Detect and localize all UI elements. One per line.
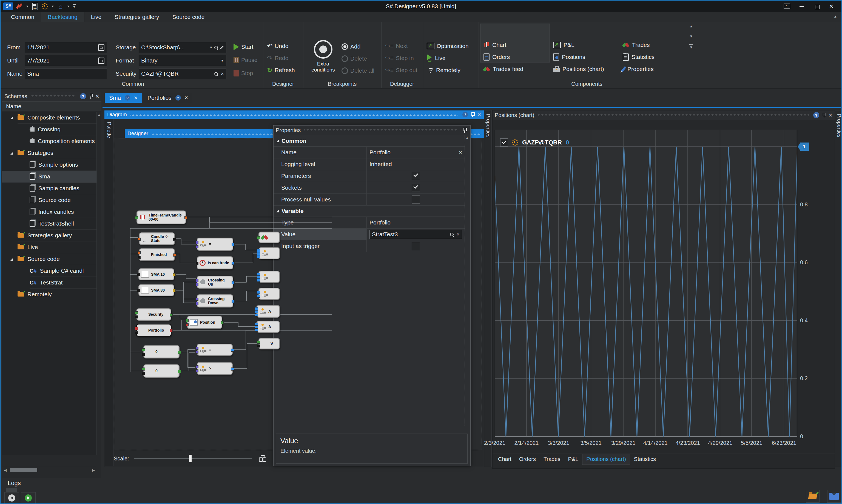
delete-all-radio-button[interactable]: Delete all: [341, 65, 374, 77]
bottom-tab-trades[interactable]: Trades: [540, 454, 565, 465]
help-icon[interactable]: [462, 112, 468, 117]
in-port-blue[interactable]: [257, 252, 260, 255]
logs-forward-button[interactable]: [21, 492, 36, 504]
pin-icon[interactable]: [823, 113, 825, 118]
in-port-black[interactable]: [135, 316, 138, 319]
diagram-node-security[interactable]: Security: [136, 308, 171, 321]
help-icon[interactable]: [175, 95, 181, 101]
in-port-purple[interactable]: [195, 302, 198, 305]
format-select[interactable]: Binary▼: [139, 55, 227, 66]
in-port-black[interactable]: [135, 331, 138, 334]
tree-item-index-candles[interactable]: Index candles: [2, 206, 96, 218]
out-port-yellow[interactable]: [173, 289, 176, 292]
calendar-icon[interactable]: [98, 44, 104, 51]
ribbon-tab-source-code[interactable]: Source code: [166, 12, 211, 22]
panel-drag-dots[interactable]: [31, 95, 76, 97]
in-port-green[interactable]: [135, 311, 138, 314]
diagram-node-cond[interactable]: [258, 288, 280, 300]
in-port-blue[interactable]: [257, 294, 260, 298]
dropdown-icon[interactable]: ▼: [210, 46, 213, 49]
security-field[interactable]: GAZP@TQBR×: [139, 68, 227, 79]
statistics-button[interactable]: Statistics: [620, 51, 688, 63]
connect-icon[interactable]: [16, 3, 23, 10]
settings-dropdown-icon[interactable]: ▼: [51, 5, 54, 8]
connect-dropdown-icon[interactable]: ▼: [26, 5, 29, 8]
in-port-black[interactable]: [138, 256, 141, 259]
ribbon-collapse-icon[interactable]: ▲: [834, 14, 837, 18]
diagram-node-a[interactable]: A: [256, 321, 280, 333]
in-port-blue[interactable]: [257, 273, 260, 276]
out-port-black[interactable]: [173, 238, 176, 241]
tree-column-header[interactable]: Name: [2, 102, 102, 111]
search-icon[interactable]: [214, 46, 218, 49]
redo-button[interactable]: ↷Redo: [267, 52, 295, 64]
tree-vertical-scrollbar[interactable]: ▲: [96, 112, 102, 455]
in-port-orange[interactable]: [138, 238, 141, 241]
ribbon-tab-common[interactable]: Common: [4, 12, 41, 22]
strategy-name-field[interactable]: Sma: [25, 68, 107, 79]
trades-feed-button[interactable]: Trades feed: [481, 63, 549, 75]
diagram-node-v[interactable]: V: [258, 338, 280, 349]
help-icon[interactable]: [813, 112, 819, 118]
pause-button[interactable]: Pause: [234, 54, 258, 66]
restore-button[interactable]: [810, 2, 823, 11]
in-port-purple[interactable]: [195, 350, 198, 354]
tree-horizontal-scrollbar[interactable]: ◀▶: [2, 467, 96, 473]
in-port-black[interactable]: [142, 353, 145, 356]
doc-tab-portfolios[interactable]: Portfolios×: [143, 93, 192, 103]
properties-header[interactable]: Properties: [273, 126, 470, 135]
out-port-blue[interactable]: [232, 300, 235, 303]
bottom-tab-chart[interactable]: Chart: [494, 454, 515, 465]
refresh-button[interactable]: ↻Refresh: [267, 64, 295, 76]
in-port-blue[interactable]: [255, 313, 258, 317]
in-port-green[interactable]: [257, 236, 260, 239]
in-port-purple[interactable]: [195, 279, 198, 282]
components-scroll-arrows[interactable]: ▲▼▼: [689, 24, 693, 49]
diagram-canvas[interactable]: TimeFrameCandle_01-00-00Candle -> StateF…: [114, 138, 482, 450]
in-port-purple[interactable]: [195, 245, 198, 248]
clear-icon[interactable]: ×: [221, 71, 224, 76]
app-logo[interactable]: S#: [3, 2, 13, 10]
start-button[interactable]: Start: [234, 41, 253, 53]
search-icon[interactable]: [214, 72, 218, 76]
series-visibility-checkbox[interactable]: [500, 139, 508, 147]
diagram-node-sma-80[interactable]: SMA 80: [139, 284, 174, 296]
palette-side-tab[interactable]: Palette: [105, 119, 113, 466]
panel-drag-dots[interactable]: [538, 114, 809, 116]
expander-icon[interactable]: [11, 117, 13, 119]
until-date-field[interactable]: 7/7/2021: [25, 55, 107, 66]
diagram-node-a[interactable]: A: [256, 305, 280, 318]
in-port-red[interactable]: [185, 323, 189, 326]
out-port-blue[interactable]: [232, 262, 235, 265]
in-port-blue[interactable]: [255, 329, 258, 331]
close-icon[interactable]: ×: [477, 111, 481, 118]
diagram-node-crossing-down[interactable]: Crossing Down: [197, 294, 233, 307]
diagram-node-0[interactable]: 0: [143, 345, 180, 359]
properties-side-tab[interactable]: Properties: [484, 110, 492, 467]
in-port-black[interactable]: [142, 372, 145, 375]
tree-item-sample-options[interactable]: Sample options: [2, 159, 96, 171]
p-l-button[interactable]: P&L: [550, 39, 619, 51]
scale-slider-thumb[interactable]: [189, 455, 192, 462]
in-port-blue[interactable]: [257, 249, 260, 252]
home-help-icon[interactable]: ⌂: [57, 3, 64, 10]
out-port-green[interactable]: [178, 351, 181, 354]
out-port-yellow[interactable]: [173, 273, 176, 276]
diagram-node-timeframecandle-01-00-00[interactable]: TimeFrameCandle_01-00-00: [137, 211, 186, 224]
in-port-blue[interactable]: [255, 310, 258, 313]
in-port-black[interactable]: [137, 273, 140, 276]
in-port-black[interactable]: [195, 262, 198, 265]
chart-plot-area[interactable]: GAZP@TQBR 0: [495, 130, 797, 436]
diagram-node-0[interactable]: 0: [143, 364, 180, 378]
panel-drag-dots[interactable]: [130, 113, 458, 116]
step-in-button[interactable]: ↪≡Step in: [385, 52, 417, 64]
out-port-red[interactable]: [170, 329, 173, 332]
expander-icon[interactable]: [11, 258, 13, 260]
out-port-blue[interactable]: [231, 367, 234, 371]
pin-icon[interactable]: [463, 128, 466, 133]
positions-chart-header[interactable]: Positions (chart) ×: [492, 110, 835, 120]
in-port-blue[interactable]: [255, 307, 258, 310]
live-button[interactable]: LIVELive: [427, 52, 469, 64]
properties-side-tab-right[interactable]: Properties: [835, 110, 842, 467]
in-port-black[interactable]: [137, 289, 140, 292]
